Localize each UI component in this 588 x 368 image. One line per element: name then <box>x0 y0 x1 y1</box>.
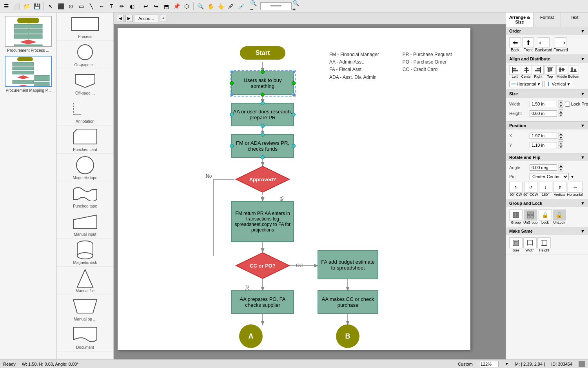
tab-format[interactable]: Format <box>534 13 561 27</box>
zoom-dropdown-arrow[interactable]: ▼ <box>505 362 509 366</box>
node-n5[interactable]: FA add budget estimate to spreadsheet <box>318 250 378 279</box>
shape-icon[interactable]: ⊙ <box>66 2 76 11</box>
start-node[interactable]: Start <box>231 44 294 62</box>
align-right-btn[interactable] <box>533 65 544 75</box>
line-icon[interactable]: ╲ <box>87 2 96 11</box>
shape-magnetic-disk[interactable]: Magnetic disk <box>57 239 113 267</box>
section-make-same-header[interactable]: Make Same ▼ <box>506 227 588 235</box>
connect-icon[interactable]: ⬡ <box>182 2 191 11</box>
eyedropper-icon[interactable]: 💉 <box>236 2 246 11</box>
text-icon[interactable]: T <box>107 2 116 11</box>
group-btn[interactable] <box>509 210 523 220</box>
x-input[interactable] <box>530 133 557 139</box>
shape-manual-op[interactable]: Manual op ... <box>57 295 113 323</box>
flip-horizontal-btn[interactable]: ⇔ <box>568 182 583 193</box>
page-thumb-2[interactable]: Procurement Mapping P... <box>3 56 53 93</box>
shape-annotation[interactable]: Annotation <box>57 97 113 126</box>
lock-proportions-checkbox[interactable] <box>565 102 570 107</box>
page-thumb-1[interactable]: Procurement Process ... <box>3 16 53 53</box>
rotate-90ccw-btn[interactable]: ↺ <box>524 182 537 193</box>
menu-icon[interactable]: ☰ <box>2 2 11 11</box>
node-n3[interactable]: FM or ADA reviews PR, checks funds <box>231 134 294 158</box>
section-order-header[interactable]: Order ▼ <box>506 27 588 35</box>
undo-icon[interactable]: ↩ <box>141 2 151 11</box>
rotate-180-btn[interactable]: ↕ <box>539 182 552 193</box>
handle-br[interactable] <box>292 93 295 96</box>
height-down-btn[interactable]: ▼ <box>559 113 563 117</box>
y-down-btn[interactable]: ▼ <box>559 145 563 149</box>
angle-input[interactable] <box>530 164 557 171</box>
section-rotate-header[interactable]: Rotate and Flip ▼ <box>506 153 588 161</box>
canvas-scroll[interactable]: FM - Financial Manager AA - Admin Asst. … <box>114 24 506 359</box>
section-align-header[interactable]: Align and Distribute ▼ <box>506 55 588 63</box>
shape-punched-tape[interactable]: Punched tape <box>57 182 113 210</box>
handle-tl[interactable] <box>230 70 233 73</box>
y-input[interactable] <box>530 142 557 148</box>
conn-left[interactable] <box>230 81 234 85</box>
make-same-width-btn[interactable] <box>523 237 537 248</box>
align-center-btn[interactable] <box>521 65 532 75</box>
node-d1[interactable]: Approved? <box>234 166 291 193</box>
order-forward-btn[interactable]: ⟶ <box>555 37 566 47</box>
page-back-btn[interactable]: ◀ <box>117 15 124 22</box>
node-n7[interactable]: AA makes CC or check purchase <box>318 290 378 314</box>
insert-icon[interactable]: ⬒ <box>162 2 171 11</box>
node-n1[interactable]: Users ask to buy something <box>231 71 294 95</box>
align-left-btn[interactable] <box>509 65 520 75</box>
redo-icon[interactable]: ↪ <box>151 2 161 11</box>
shape-process[interactable]: Process <box>57 13 113 41</box>
shape-onpage[interactable]: On-page c... <box>57 41 113 69</box>
zoom-out-icon[interactable]: 🔍− <box>250 2 260 11</box>
angle-up-btn[interactable]: ▲ <box>559 164 563 168</box>
align-top-btn[interactable] <box>544 65 555 75</box>
conn-top[interactable] <box>261 70 265 74</box>
tab-text[interactable]: Text <box>561 13 588 27</box>
lock-btn[interactable]: 🔒 <box>539 210 552 220</box>
conn2-bot[interactable] <box>261 124 265 128</box>
ungroup-btn[interactable] <box>524 210 537 220</box>
node-n4[interactable]: FM return PR AA enters in transactions l… <box>231 201 294 242</box>
pin-select[interactable]: Center-Center <box>530 173 569 180</box>
shape-manual-input[interactable]: Manual input <box>57 210 113 239</box>
flip-vertical-btn[interactable]: ⇕ <box>553 182 566 193</box>
new-icon[interactable]: ⬜ <box>12 2 21 11</box>
conn3-top[interactable] <box>261 133 265 137</box>
order-front-btn[interactable]: ⬆ <box>522 37 534 47</box>
search-icon[interactable]: 🔍 <box>196 2 205 11</box>
x-up-btn[interactable]: ▲ <box>559 132 563 136</box>
section-size-header[interactable]: Size ▼ <box>506 90 588 98</box>
conn3-left[interactable] <box>230 144 234 148</box>
handle-tr[interactable] <box>292 70 295 73</box>
zoom-in-icon[interactable]: 🔍+ <box>292 2 302 11</box>
rect-icon[interactable]: ▭ <box>76 2 86 11</box>
node-n2[interactable]: AA or user does research, prepare PR <box>231 103 294 126</box>
conn3-right[interactable] <box>292 144 296 148</box>
pin-dropdown-arrow[interactable]: ▼ <box>570 175 574 179</box>
order-back-btn[interactable]: ⬅ <box>509 37 521 47</box>
make-same-height-btn[interactable] <box>537 237 551 248</box>
pointer-icon[interactable]: 👆 <box>216 2 225 11</box>
arrow-icon[interactable]: ← <box>97 2 106 11</box>
pan-icon[interactable]: ✋ <box>206 2 215 11</box>
height-up-btn[interactable]: ▲ <box>559 109 563 113</box>
section-group-header[interactable]: Group and Lock ▼ <box>506 199 588 207</box>
make-same-size-btn[interactable] <box>509 237 523 248</box>
zoom-input[interactable] <box>479 361 499 367</box>
shape-punched-card[interactable]: Punched card <box>57 126 113 154</box>
add-page-btn[interactable]: + <box>160 15 167 22</box>
distribute-horizontal-btn[interactable]: Horizontal ▼ <box>509 81 543 87</box>
conn-bottom[interactable] <box>261 93 265 97</box>
shape-offpage[interactable]: Off-page ... <box>57 69 113 97</box>
node-d2[interactable]: CC or PO? <box>234 252 291 279</box>
fill-icon[interactable]: ◐ <box>127 2 137 11</box>
open-icon[interactable]: 📁 <box>22 2 31 11</box>
shape-manual-file[interactable]: Manual file <box>57 267 113 295</box>
width-up-btn[interactable]: ▲ <box>559 100 563 104</box>
align-middle-btn[interactable] <box>556 65 567 75</box>
node-n6[interactable]: AA prepares PO, FA checks supplier <box>231 290 294 314</box>
rotate-90cw-btn[interactable]: ↻ <box>509 182 523 193</box>
distribute-vertical-btn[interactable]: Vertical ▼ <box>544 81 572 87</box>
unlock-btn[interactable]: 🔓 <box>553 210 566 220</box>
shape-magnetic-tape[interactable]: Magnetic tape <box>57 154 113 182</box>
pen-icon[interactable]: 🖊 <box>226 2 236 11</box>
